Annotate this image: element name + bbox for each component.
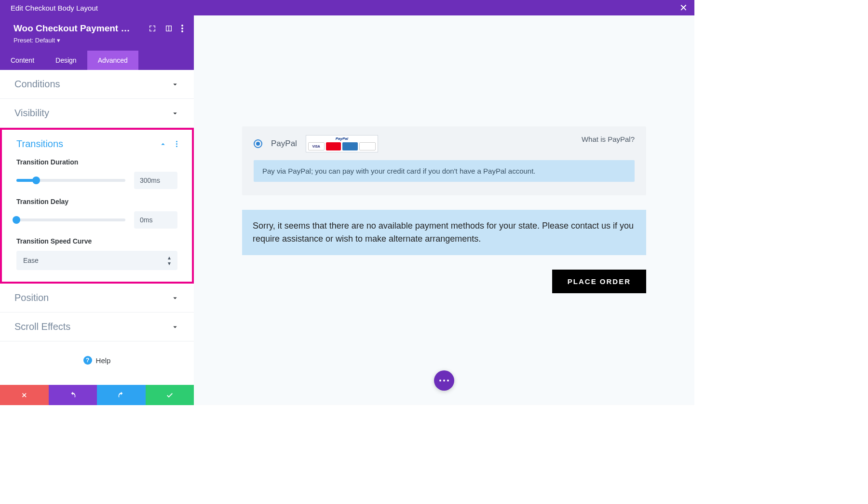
columns-icon[interactable] bbox=[165, 25, 173, 32]
chevron-down-icon bbox=[171, 80, 179, 89]
section-visibility[interactable]: Visibility bbox=[0, 99, 194, 128]
undo-button[interactable] bbox=[49, 385, 97, 405]
more-icon bbox=[439, 380, 449, 381]
place-order-button[interactable]: PLACE ORDER bbox=[552, 270, 646, 293]
tab-advanced[interactable]: Advanced bbox=[87, 51, 138, 70]
chevron-down-icon bbox=[171, 323, 179, 331]
floating-action-button[interactable] bbox=[434, 370, 454, 391]
svg-point-2 bbox=[181, 30, 183, 32]
help-link[interactable]: ? Help bbox=[0, 341, 194, 369]
section-conditions[interactable]: Conditions bbox=[0, 70, 194, 99]
cancel-button[interactable] bbox=[0, 385, 49, 405]
paypal-description: Pay via PayPal; you can pay with your cr… bbox=[254, 160, 635, 182]
paypal-option[interactable]: PayPal PayPal VISA What is PayPal? bbox=[254, 135, 635, 152]
module-title: Woo Checkout Payment Se... bbox=[14, 23, 134, 34]
settings-sidebar: Woo Checkout Payment Se... Preset: Defau… bbox=[0, 15, 194, 405]
preview-pane: PayPal PayPal VISA What is PayPal? Pay v… bbox=[194, 15, 694, 405]
chevron-down-icon: ▾ bbox=[57, 37, 60, 44]
delay-input[interactable] bbox=[134, 211, 177, 229]
slider-thumb[interactable] bbox=[13, 216, 20, 224]
payment-warning: Sorry, it seems that there are no availa… bbox=[242, 210, 646, 255]
section-transitions-header[interactable]: Transitions bbox=[16, 138, 177, 150]
help-icon: ? bbox=[83, 356, 92, 365]
tab-content[interactable]: Content bbox=[0, 51, 45, 70]
preset-selector[interactable]: Preset: Default ▾ bbox=[14, 37, 183, 44]
redo-icon bbox=[117, 391, 125, 399]
svg-point-0 bbox=[181, 25, 183, 27]
payment-method-box: PayPal PayPal VISA What is PayPal? Pay v… bbox=[242, 126, 646, 195]
duration-slider[interactable] bbox=[16, 179, 125, 182]
expand-icon[interactable] bbox=[149, 25, 156, 32]
chevron-down-icon bbox=[171, 294, 179, 302]
action-bar bbox=[0, 385, 194, 405]
close-icon[interactable]: ✕ bbox=[679, 2, 688, 14]
delay-slider[interactable] bbox=[16, 218, 125, 221]
highlighted-section: Transitions Transition Duration bbox=[0, 128, 194, 284]
redo-button[interactable] bbox=[97, 385, 146, 405]
settings-tabs: Content Design Advanced bbox=[0, 51, 194, 70]
save-button[interactable] bbox=[146, 385, 194, 405]
check-icon bbox=[166, 391, 174, 399]
close-icon bbox=[21, 392, 27, 398]
sections-list: Conditions Visibility Transitions bbox=[0, 70, 194, 385]
svg-point-1 bbox=[181, 27, 183, 29]
section-scroll-effects[interactable]: Scroll Effects bbox=[0, 313, 194, 341]
duration-input[interactable] bbox=[134, 172, 177, 189]
titlebar: Edit Checkout Body Layout ✕ bbox=[0, 0, 694, 15]
payment-cards-image: PayPal VISA bbox=[306, 135, 378, 152]
section-position[interactable]: Position bbox=[0, 284, 194, 313]
tab-design[interactable]: Design bbox=[45, 51, 87, 70]
what-is-paypal-link[interactable]: What is PayPal? bbox=[582, 135, 635, 143]
transition-curve-field: Transition Speed Curve Ease ▴▾ bbox=[16, 237, 177, 270]
chevron-down-icon bbox=[171, 109, 179, 118]
module-header: Woo Checkout Payment Se... Preset: Defau… bbox=[0, 15, 194, 51]
slider-thumb[interactable] bbox=[32, 177, 40, 184]
more-icon[interactable] bbox=[176, 141, 177, 147]
transition-delay-field: Transition Delay bbox=[16, 198, 177, 229]
radio-paypal[interactable] bbox=[254, 139, 262, 148]
transition-duration-field: Transition Duration bbox=[16, 158, 177, 189]
titlebar-title: Edit Checkout Body Layout bbox=[11, 4, 98, 12]
chevron-up-icon bbox=[159, 140, 167, 149]
undo-icon bbox=[69, 391, 77, 399]
section-transitions: Transitions Transition Duration bbox=[2, 130, 192, 282]
curve-select[interactable]: Ease bbox=[16, 251, 177, 270]
more-icon[interactable] bbox=[181, 25, 183, 32]
